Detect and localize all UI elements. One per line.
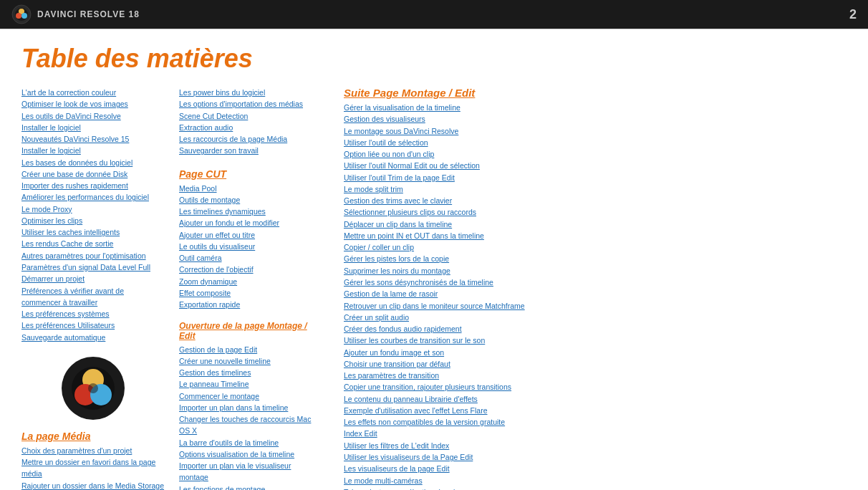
toc-link[interactable]: Utiliser l'outil de sélection <box>344 137 847 148</box>
col2: Les power bins du logicielLes options d'… <box>172 87 329 490</box>
toc-link[interactable]: Utiliser les filtres de L'edit Index <box>344 440 847 451</box>
col1-top-links: L'art de la correction couleurOptimiser … <box>21 87 165 343</box>
toc-link[interactable]: Gestion des trims avec le clavier <box>344 195 847 206</box>
toc-link[interactable]: Scene Cut Detection <box>179 110 322 122</box>
toc-link[interactable]: Changer les touches de raccourcis Mac OS… <box>179 413 322 437</box>
page-title: Table des matières <box>21 44 847 74</box>
toc-link[interactable]: Utiliser l'outil Trim de la page Edit <box>344 172 847 183</box>
toc-link[interactable]: Gestion des visualiseurs <box>344 113 847 125</box>
toc-link[interactable]: Gestion de la page Edit <box>179 344 322 355</box>
col3: Suite Page Montage / Edit Gérer la visua… <box>329 87 847 490</box>
toc-link[interactable]: Zoom dynamique <box>179 276 322 287</box>
toc-link[interactable]: Effet composite <box>179 287 322 299</box>
toc-link[interactable]: Gestion des timelines <box>179 367 322 378</box>
toc-link[interactable]: Choisir une transition par défaut <box>344 358 847 370</box>
toc-link[interactable]: L'art de la correction couleur <box>21 87 165 98</box>
toc-link[interactable]: Copier une transition, rajouter plusieur… <box>344 381 847 393</box>
toc-link[interactable]: Gérer les sons désynchronisés de la time… <box>344 277 847 288</box>
toc-link[interactable]: Media Pool <box>179 183 322 194</box>
app-header: DAVINCI RESOLVE 18 2 <box>0 0 868 29</box>
toc-link[interactable]: Commencer le montage <box>179 390 322 402</box>
toc-link[interactable]: Options visualisation de la timeline <box>179 448 322 460</box>
toc-link[interactable]: Améliorer les performances du logiciel <box>21 191 165 203</box>
toc-link[interactable]: Utiliser les courbes de transition sur l… <box>344 335 847 346</box>
toc-link[interactable]: Créer une nouvelle timeline <box>179 355 322 367</box>
toc-link[interactable]: Gérer les pistes lors de la copie <box>344 253 847 264</box>
toc-link[interactable]: Sauvegarde automatique <box>21 332 165 343</box>
toc-link[interactable]: Ajouter un effet ou titre <box>179 229 322 241</box>
toc-link[interactable]: Les options d'importation des médias <box>179 98 322 110</box>
toc-link[interactable]: Ajouter un fondu image et son <box>344 347 847 358</box>
col1-media-links: Choix des paramètres d'un projetMettre u… <box>21 445 165 490</box>
toc-link[interactable]: Le contenu du panneau Librairie d'effets <box>344 393 847 405</box>
col2-top-links: Les power bins du logicielLes options d'… <box>179 87 322 157</box>
toc-link[interactable]: Le panneau Timeline <box>179 378 322 390</box>
toc-link[interactable]: Utiliser les visualiseurs de la Page Edi… <box>344 451 847 463</box>
toc-link[interactable]: Installer le logiciel <box>21 122 165 133</box>
col1: L'art de la correction couleurOptimiser … <box>21 87 172 490</box>
toc-link[interactable]: Ajouter un fondu et le modifier <box>179 217 322 229</box>
toc-link[interactable]: Optimiser le look de vos images <box>21 98 165 110</box>
toc-link[interactable]: Sauvegarder son travail <box>179 145 322 156</box>
toc-link[interactable]: La barre d'outils de la timeline <box>179 437 322 448</box>
toc-link[interactable]: Sélectionner plusieurs clips ou raccords <box>344 206 847 218</box>
toc-link[interactable]: Gestion de la lame de rasoir <box>344 288 847 299</box>
toc-link[interactable]: Déplacer un clip dans la timeline <box>344 218 847 230</box>
toc-link[interactable]: Les power bins du logiciel <box>179 87 322 98</box>
toc-link[interactable]: Nouveautés DaVinci Resolve 15 <box>21 133 165 145</box>
toc-link[interactable]: Choix des paramètres d'un projet <box>21 445 165 456</box>
toc-link[interactable]: Le mode Proxy <box>21 203 165 215</box>
toc-link[interactable]: Le mode multi-caméras <box>344 475 847 486</box>
toc-link[interactable]: Exemple d'utilisation avec l'effet Lens … <box>344 405 847 416</box>
toc-link[interactable]: Mettre un point IN et OUT dans la timeli… <box>344 230 847 241</box>
toc-link[interactable]: Installer le logiciel <box>21 145 165 156</box>
toc-link[interactable]: Exportation rapide <box>179 299 322 310</box>
toc-link[interactable]: Le outils du visualiseur <box>179 241 322 252</box>
col3-links: Gérer la visualisation de la timelineGes… <box>344 102 847 490</box>
toc-link[interactable]: Les visualiseurs de la page Edit <box>344 463 847 474</box>
toc-link[interactable]: Le montage sous DaVinci Resolve <box>344 125 847 137</box>
toc-link[interactable]: Importer des rushes rapidement <box>21 180 165 191</box>
toc-link[interactable]: Utiliser les caches intelligents <box>21 226 165 238</box>
toc-link[interactable]: Les outils de DaVinci Resolve <box>21 110 165 122</box>
toc-link[interactable]: Les préférences systèmes <box>21 308 165 320</box>
toc-link[interactable]: Option liée ou non d'un clip <box>344 148 847 160</box>
toc-link[interactable]: Correction de l'objectif <box>179 264 322 275</box>
toc-link[interactable]: Rajouter un dossier dans le Media Storag… <box>21 480 165 490</box>
toc-link[interactable]: Outil caméra <box>179 252 322 264</box>
toc-link[interactable]: Démarrer un projet <box>21 273 165 284</box>
col2-cut-section: Page CUT Media PoolOutils de montageLes … <box>179 168 322 311</box>
toc-link[interactable]: Take selectors ou sélection de prises <box>344 486 847 490</box>
toc-link[interactable]: Les rendus Cache de sortie <box>21 238 165 249</box>
toc-link[interactable]: Les préférences Utilisateurs <box>21 320 165 331</box>
toc-link[interactable]: Autres paramètres pour l'optimisation <box>21 250 165 261</box>
toc-link[interactable]: Retrouver un clip dans le moniteur sourc… <box>344 300 847 312</box>
toc-link[interactable]: Préférences à vérifier avant de commence… <box>21 285 165 309</box>
toc-link[interactable]: Les paramètres de transition <box>344 370 847 381</box>
toc-link[interactable]: Mettre un dossier en favori dans la page… <box>21 456 165 480</box>
toc-link[interactable]: Importer un plan via le visualiseur mont… <box>179 460 322 484</box>
header-left: DAVINCI RESOLVE 18 <box>11 4 140 24</box>
logo-area <box>21 356 165 421</box>
toc-link[interactable]: Le mode split trim <box>344 183 847 195</box>
toc-link[interactable]: Les effets non compatibles de la version… <box>344 416 847 428</box>
toc-link[interactable]: Créer un split audio <box>344 312 847 323</box>
toc-link[interactable]: Gérer la visualisation de la timeline <box>344 102 847 113</box>
toc-link[interactable]: Créer des fondus audio rapidement <box>344 323 847 335</box>
toc-link[interactable]: Copier / coller un clip <box>344 241 847 253</box>
toc-link[interactable]: Les fonctions de montage <box>179 484 322 490</box>
toc-link[interactable]: Extraction audio <box>179 122 322 133</box>
col2-edit-section: Ouverture de la page Montage / Edit Gest… <box>179 321 322 490</box>
toc-link[interactable]: Supprimer les noirs du montage <box>344 265 847 277</box>
toc-link[interactable]: Créer une base de donnée Disk <box>21 168 165 180</box>
toc-link[interactable]: Paramètres d'un signal Data Level Full <box>21 261 165 273</box>
toc-link[interactable]: Les bases de données du logiciel <box>21 157 165 168</box>
toc-link[interactable]: Les timelines dynamiques <box>179 206 322 217</box>
toc-link[interactable]: Index Edit <box>344 428 847 439</box>
toc-link[interactable]: Outils de montage <box>179 194 322 206</box>
toc-link[interactable]: Les raccourcis de la page Média <box>179 133 322 145</box>
toc-link[interactable]: Importer un plan dans la timeline <box>179 402 322 413</box>
toc-link[interactable]: Optimiser les clips <box>21 215 165 226</box>
toc-link[interactable]: Utiliser l'outil Normal Edit ou de sélec… <box>344 160 847 171</box>
media-section-heading: La page Média <box>21 431 165 442</box>
